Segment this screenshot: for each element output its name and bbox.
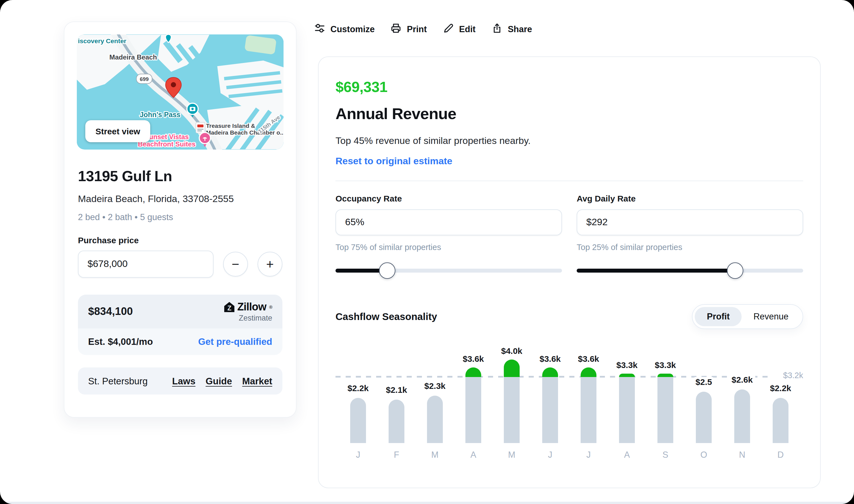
- street-view-button[interactable]: Street view: [85, 120, 150, 142]
- edit-icon: [442, 22, 454, 36]
- revenue-panel: $69,331 Annual Revenue Top 45% revenue o…: [318, 56, 821, 488]
- occupancy-caption: Top 75% of similar properties: [335, 243, 562, 252]
- map[interactable]: 699 iscovery Center Madeira Beach John's…: [77, 34, 283, 149]
- bar: [581, 376, 596, 443]
- purchase-price-input[interactable]: [78, 251, 213, 278]
- bar-value-label: $4.0k: [499, 346, 524, 356]
- month-label: D: [773, 450, 788, 462]
- bar: [773, 398, 788, 443]
- month-label: F: [388, 450, 404, 462]
- bar-column: $3.3k: [619, 336, 635, 443]
- property-card: 699 iscovery Center Madeira Beach John's…: [64, 21, 297, 418]
- print-button[interactable]: Print: [390, 22, 427, 36]
- seasonality-title: Cashflow Seasonality: [335, 311, 437, 323]
- share-button[interactable]: Share: [491, 22, 532, 36]
- bar-column: $2.2k: [350, 336, 366, 443]
- svg-text:699: 699: [140, 76, 149, 82]
- toggle-revenue[interactable]: Revenue: [742, 307, 800, 326]
- occupancy-label: Occupancy Rate: [335, 194, 562, 203]
- customize-icon: [314, 22, 325, 36]
- occupancy-rate-input[interactable]: [335, 210, 562, 235]
- map-label-discovery-center: iscovery Center: [78, 37, 126, 44]
- customize-button[interactable]: Customize: [314, 22, 375, 36]
- bar-column: $3.6k: [542, 336, 558, 443]
- zillow-wordmark: Zillow: [237, 301, 266, 313]
- bar-column: $2.1k: [388, 336, 404, 443]
- toggle-profit[interactable]: Profit: [695, 307, 742, 326]
- month-label: J: [542, 450, 558, 462]
- bar-column: $3.6k: [581, 336, 596, 443]
- market-links: LawsGuideMarket: [162, 376, 273, 386]
- month-label: O: [696, 450, 712, 462]
- month-label: S: [658, 450, 673, 462]
- bar-value-label: $2.6k: [729, 375, 755, 384]
- month-label: A: [466, 450, 481, 462]
- zestimate-row: $834,100 Z Zillow® Zestimate: [78, 294, 282, 328]
- market-row: St. Petersburg LawsGuideMarket: [78, 367, 282, 395]
- cashflow-seasonality-chart: $3.2k$2.2k$2.1k$2.3k$3.6k$4.0k$3.6k$3.6k…: [335, 336, 803, 462]
- bar: [466, 376, 481, 443]
- bar-above-line-cap: [619, 374, 635, 377]
- laws-link[interactable]: Laws: [172, 376, 196, 386]
- bar-value-label: $3.6k: [576, 354, 601, 363]
- month-label: A: [619, 450, 635, 462]
- map-label-madeira-beach: Madeira Beach: [109, 53, 157, 61]
- map-label-sunset-1: Sunset Vistas: [144, 133, 189, 141]
- bar-value-label: $2.5: [693, 377, 714, 386]
- bar-column: $3.6k: [466, 336, 481, 443]
- bar-value-label: $3.6k: [460, 354, 486, 363]
- adr-label: Avg Daily Rate: [577, 194, 803, 203]
- zillow-brand: Z Zillow® Zestimate: [224, 301, 272, 322]
- address-title: 13195 Gulf Ln: [78, 168, 282, 185]
- bar: [504, 376, 520, 443]
- edit-button[interactable]: Edit: [442, 22, 475, 36]
- bar-value-label: $3.6k: [537, 354, 563, 363]
- occupancy-rate-slider[interactable]: [335, 262, 562, 280]
- bar: [658, 376, 673, 443]
- bars-row: $2.2k$2.1k$2.3k$3.6k$4.0k$3.6k$3.6k$3.3k…: [335, 336, 803, 443]
- page: 699 iscovery Center Madeira Beach John's…: [0, 0, 854, 504]
- bar-value-label: $2.3k: [422, 381, 448, 391]
- zestimate-value: $834,100: [88, 305, 133, 318]
- app-window: 699 iscovery Center Madeira Beach John's…: [0, 0, 854, 504]
- bar: [696, 392, 712, 443]
- bar: [619, 376, 635, 443]
- bar-column: $4.0k: [504, 336, 520, 443]
- avg-daily-rate-input[interactable]: [577, 210, 803, 235]
- divider: [335, 181, 803, 181]
- month-label: J: [581, 450, 596, 462]
- bar-column: $2.3k: [427, 336, 443, 443]
- month-axis: JFMAMJJASOND: [335, 450, 803, 462]
- increase-price-button[interactable]: +: [258, 252, 282, 276]
- slider-thumb[interactable]: [727, 263, 743, 279]
- bar: [427, 396, 443, 443]
- month-label: M: [504, 450, 520, 462]
- svg-text:Z: Z: [227, 305, 231, 312]
- property-specs: 2 bed • 2 bath • 5 guests: [78, 212, 282, 222]
- reset-estimate-link[interactable]: Reset to original estimate: [335, 156, 452, 167]
- guide-link[interactable]: Guide: [206, 376, 232, 386]
- bar: [350, 398, 366, 443]
- bar-column: $2.2k: [773, 336, 788, 443]
- bar: [542, 376, 558, 443]
- profit-revenue-toggle: Profit Revenue: [692, 304, 803, 329]
- month-label: N: [734, 450, 750, 462]
- get-prequalified-link[interactable]: Get pre-qualified: [198, 336, 272, 347]
- toolbar: CustomizePrintEditShare: [314, 22, 532, 36]
- adr-section: Avg Daily Rate Top 25% of similar proper…: [577, 194, 803, 280]
- mortgage-row: Est. $4,001/mo Get pre-qualified: [78, 328, 282, 355]
- bar-value-label: $3.3k: [614, 360, 640, 370]
- decrease-price-button[interactable]: −: [223, 252, 248, 276]
- avg-daily-rate-slider[interactable]: [577, 262, 803, 280]
- zillow-logo-icon: Z: [224, 302, 234, 312]
- bar-column: $3.3k: [658, 336, 673, 443]
- rate-controls: Occupancy Rate Top 75% of similar proper…: [335, 194, 803, 280]
- panel-subtitle: Top 45% revenue of similar properties ne…: [335, 136, 803, 147]
- market-link[interactable]: Market: [242, 376, 272, 386]
- bar-above-line-cap: [504, 360, 520, 377]
- slider-thumb[interactable]: [379, 263, 395, 279]
- monthly-estimate: Est. $4,001/mo: [88, 336, 153, 347]
- bar-above-line-cap: [581, 367, 596, 377]
- slider-track: [335, 269, 562, 273]
- adr-caption: Top 25% of similar properties: [577, 243, 803, 252]
